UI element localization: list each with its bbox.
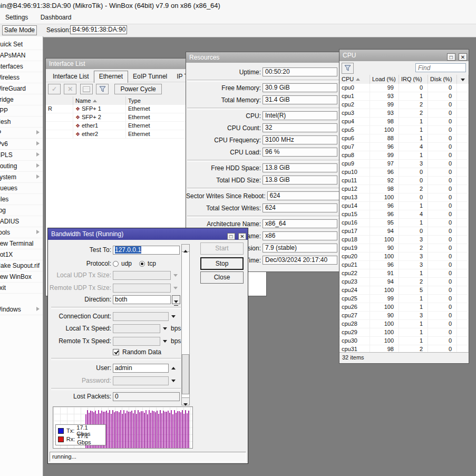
col-irq[interactable]: IRQ (%) bbox=[399, 75, 428, 84]
chevron-down-icon[interactable] bbox=[163, 327, 167, 330]
form-scrollbar[interactable] bbox=[181, 244, 190, 405]
test-to-input[interactable]: 127.0.0.1 bbox=[113, 246, 180, 255]
col-disk[interactable]: Disk (%) bbox=[428, 75, 457, 84]
direction-dropdown-button[interactable] bbox=[172, 295, 180, 304]
table-row[interactable]: cpu09900 bbox=[339, 84, 469, 92]
local-tx-speed-input[interactable] bbox=[113, 324, 160, 333]
table-row[interactable]: cpu79640 bbox=[339, 143, 469, 151]
table-row[interactable]: cpu1310000 bbox=[339, 193, 469, 202]
scroll-down-button[interactable] bbox=[182, 397, 189, 405]
table-row[interactable]: cpu149610 bbox=[339, 202, 469, 210]
col-load[interactable]: Load (%) bbox=[370, 75, 399, 84]
table-row[interactable]: cpu2410050 bbox=[339, 286, 469, 295]
chevron-down-icon[interactable] bbox=[163, 340, 167, 343]
table-row[interactable]: cpu510010 bbox=[339, 126, 469, 134]
sidebar-item-exit[interactable]: Exit bbox=[0, 283, 43, 294]
remote-tx-speed-input[interactable] bbox=[113, 337, 160, 346]
tab-ethernet[interactable]: Ethernet bbox=[94, 71, 128, 83]
sidebar-item-log[interactable]: Log bbox=[0, 205, 43, 216]
stop-button[interactable]: Stop bbox=[200, 257, 244, 270]
table-row[interactable]: cpu159640 bbox=[339, 210, 469, 219]
table-row[interactable]: cpu29920 bbox=[339, 101, 469, 109]
sidebar-item-mpls[interactable]: MPLS bbox=[0, 150, 43, 161]
connection-count-input[interactable] bbox=[113, 312, 169, 321]
find-input[interactable] bbox=[415, 63, 466, 72]
sidebar-item-ppp[interactable]: PPP bbox=[0, 105, 43, 116]
cpu-titlebar[interactable]: CPU □ ✕ bbox=[339, 50, 469, 61]
password-input[interactable] bbox=[113, 376, 169, 385]
close-button[interactable]: Close bbox=[200, 271, 244, 284]
sidebar-item-make-supout-rif[interactable]: Make Supout.rif bbox=[0, 260, 43, 271]
table-row[interactable]: cpu49810 bbox=[339, 118, 469, 126]
sidebar-item-ipv6[interactable]: IPv6 bbox=[0, 139, 43, 150]
session-input[interactable]: B4:96:91:38:DA:90 bbox=[70, 25, 127, 34]
table-row[interactable]: cpu1810030 bbox=[339, 236, 469, 244]
maximize-button[interactable]: □ bbox=[227, 233, 235, 240]
table-row[interactable]: cpu279030 bbox=[339, 312, 469, 320]
sidebar-item-bridge[interactable]: Bridge bbox=[0, 94, 43, 105]
sidebar-item-ip[interactable]: IP bbox=[0, 128, 43, 139]
start-button[interactable]: Start bbox=[200, 242, 244, 255]
table-row[interactable]: cpu119200 bbox=[339, 177, 469, 185]
tab-interface-list[interactable]: Interface List bbox=[48, 71, 94, 82]
power-cycle-button[interactable]: Power Cycle bbox=[114, 84, 161, 94]
menu-settings[interactable]: Settings bbox=[0, 12, 33, 24]
sidebar-item-wireguard[interactable]: WireGuard bbox=[0, 83, 43, 94]
table-row[interactable]: cpu19310 bbox=[339, 92, 469, 101]
user-input[interactable]: admin bbox=[113, 364, 169, 373]
sidebar-item-radius[interactable]: RADIUS bbox=[0, 216, 43, 227]
sidebar-item-new-terminal[interactable]: New Terminal bbox=[0, 238, 43, 249]
table-row[interactable]: cpu39320 bbox=[339, 109, 469, 118]
sidebar-item-dot1x[interactable]: Dot1X bbox=[0, 249, 43, 260]
sidebar-item-interfaces[interactable]: Interfaces bbox=[0, 61, 43, 72]
table-row[interactable]: cpu169510 bbox=[339, 219, 469, 227]
collapse-up-icon[interactable] bbox=[171, 367, 176, 370]
sidebar-item-queues[interactable]: Queues bbox=[0, 183, 43, 194]
cpu-filter-button[interactable] bbox=[342, 63, 354, 74]
sidebar-item-new-winbox[interactable]: New WinBox bbox=[0, 271, 43, 283]
table-row[interactable]: cpu99730 bbox=[339, 160, 469, 168]
table-row[interactable]: cpu89910 bbox=[339, 151, 469, 160]
col-cpu[interactable]: CPU bbox=[339, 75, 370, 84]
table-row[interactable]: cpu259910 bbox=[339, 295, 469, 303]
protocol-udp-radio[interactable] bbox=[113, 261, 119, 267]
random-data-checkbox[interactable] bbox=[113, 349, 119, 355]
table-row[interactable]: cpu2610010 bbox=[339, 303, 469, 312]
protocol-tcp-radio[interactable] bbox=[139, 261, 145, 267]
protocol-udp-label[interactable]: udp bbox=[121, 260, 132, 267]
direction-select[interactable]: both bbox=[113, 295, 171, 304]
close-button[interactable]: ✕ bbox=[459, 53, 467, 61]
resources-titlebar[interactable]: Resources bbox=[186, 52, 343, 63]
scroll-up-button[interactable] bbox=[182, 245, 189, 252]
column-menu-button[interactable] bbox=[457, 75, 469, 84]
filter-button[interactable] bbox=[96, 84, 109, 94]
disable-button[interactable]: ✕ bbox=[64, 84, 76, 94]
sidebar-item-capsman[interactable]: CAPsMAN bbox=[0, 50, 43, 61]
scrollbar-thumb[interactable] bbox=[182, 354, 189, 394]
sidebar-item-windows[interactable]: Windows bbox=[0, 304, 43, 315]
sidebar-item-quick-set[interactable]: Quick Set bbox=[0, 39, 43, 50]
table-row[interactable]: cpu3010010 bbox=[339, 337, 469, 345]
maximize-button[interactable]: □ bbox=[447, 53, 455, 61]
tab-eoip-tunnel[interactable]: EoIP Tunnel bbox=[128, 71, 172, 82]
table-row[interactable]: cpu319820 bbox=[339, 345, 469, 353]
sidebar-item-wireless[interactable]: Wireless bbox=[0, 72, 43, 83]
comment-button[interactable] bbox=[80, 84, 93, 94]
chevron-down-icon[interactable] bbox=[171, 315, 176, 318]
menu-dashboard[interactable]: Dashboard bbox=[35, 12, 77, 24]
sidebar-item-files[interactable]: Files bbox=[0, 194, 43, 205]
protocol-tcp-label[interactable]: tcp bbox=[148, 260, 156, 267]
col-flags[interactable] bbox=[46, 96, 73, 105]
enable-button[interactable]: ✓ bbox=[48, 84, 61, 94]
table-row[interactable]: cpu179400 bbox=[339, 227, 469, 236]
table-row[interactable]: cpu2010030 bbox=[339, 252, 469, 261]
chevron-down-icon[interactable] bbox=[171, 380, 176, 382]
sidebar-item-system[interactable]: System bbox=[0, 172, 43, 183]
table-row[interactable]: cpu2910010 bbox=[339, 328, 469, 337]
table-row[interactable]: cpu2810010 bbox=[339, 320, 469, 328]
table-row[interactable]: cpu109600 bbox=[339, 168, 469, 177]
table-row[interactable]: cpu68810 bbox=[339, 134, 469, 143]
table-row[interactable]: cpu229110 bbox=[339, 269, 469, 278]
col-name[interactable]: Name bbox=[73, 96, 126, 105]
sidebar-item-tools[interactable]: Tools bbox=[0, 227, 43, 238]
